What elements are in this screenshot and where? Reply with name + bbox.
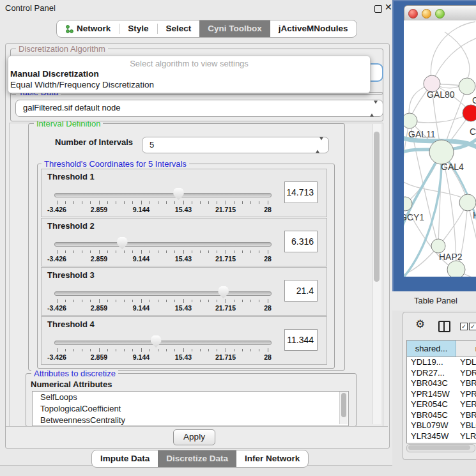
slider-tick — [166, 201, 167, 204]
slider-tick — [226, 250, 226, 254]
slider-tick-label: 21.715 — [215, 304, 236, 312]
network-node-green[interactable] — [429, 140, 454, 164]
slider-tick — [242, 300, 243, 302]
network-node-red[interactable] — [463, 105, 476, 121]
network-icon — [65, 25, 73, 33]
slider-tick — [99, 348, 100, 352]
slider-tick — [107, 349, 108, 351]
attributes-list-scrollbar[interactable] — [339, 392, 348, 424]
node-attribute-table[interactable]: shared...name YDL19...YDL19...YDR27...YD… — [406, 340, 476, 443]
table-row[interactable]: YPR145WYPR145W — [407, 389, 476, 400]
slider-tick — [82, 201, 82, 204]
network-edge[interactable] — [410, 113, 471, 123]
network-window-titlebar[interactable] — [404, 5, 476, 22]
slider-tick — [73, 250, 74, 253]
scrollbar-thumb[interactable] — [374, 132, 380, 282]
tab-select[interactable]: Select — [158, 20, 200, 37]
gear-icon[interactable]: ⚙ — [415, 319, 425, 330]
network-node-green[interactable] — [447, 261, 465, 277]
tab-infer-network[interactable]: Infer Network — [236, 450, 308, 467]
tab-cyni-toolbox[interactable]: Cyni Toolbox — [199, 20, 270, 37]
algorithm-option-manual[interactable]: Manual Discretization — [8, 68, 370, 79]
network-canvas[interactable]: GAL80GACGAL11GAL4GCY1HHAP2 — [404, 20, 476, 277]
slider-thumb[interactable] — [173, 188, 184, 200]
float-window-icon[interactable] — [374, 5, 382, 13]
slider-thumb[interactable] — [151, 335, 162, 348]
apply-button[interactable]: Apply — [173, 429, 215, 445]
slider-tick — [116, 300, 116, 302]
column-header-2[interactable]: name — [456, 341, 476, 357]
column-layout-icon[interactable] — [438, 321, 450, 332]
slider-thumb[interactable] — [117, 237, 128, 249]
scrollbar-thumb[interactable] — [341, 393, 346, 417]
close-icon[interactable]: ✕ — [385, 2, 392, 12]
threshold-value-field[interactable]: 6.316 — [284, 231, 318, 252]
threshold-panel-2: Threshold 2-3.4262.8599.14415.4321.71528… — [41, 218, 327, 266]
table-row[interactable]: YDR27...YDR27... — [407, 368, 476, 379]
scrollbar-thumb[interactable] — [408, 445, 470, 450]
zoom-traffic-light-icon[interactable] — [435, 9, 445, 19]
threshold-value-field[interactable]: 21.4 — [284, 280, 318, 302]
checkbox-icon[interactable]: ✓ — [460, 323, 468, 330]
tab-style[interactable]: Style — [119, 20, 157, 37]
threshold-slider[interactable]: -3.4262.8599.14415.4321.71528 — [57, 334, 268, 362]
attribute-list-item[interactable]: BetweennessCentrality — [33, 415, 348, 426]
column-header-1[interactable]: shared... — [407, 341, 456, 357]
table-row[interactable]: YLR345WYLR345W — [407, 431, 476, 442]
node-label: HAP2 — [439, 252, 463, 262]
table-cell: YER054C — [407, 399, 456, 410]
threshold-slider[interactable]: -3.4262.8599.14415.4321.71528 — [57, 235, 268, 263]
checkbox-icon[interactable]: ✓ — [469, 323, 476, 330]
vertical-scrollbar[interactable] — [372, 124, 381, 424]
table-cell: YLR345W — [407, 431, 456, 442]
numerical-attributes-list[interactable]: SelfLoopsTopologicalCoefficientBetweenne… — [32, 391, 349, 426]
threshold-value: 6.316 — [291, 231, 314, 252]
table-row[interactable]: YBR043CYBR043C — [407, 378, 476, 389]
table-row[interactable]: YIL052CYIL052C — [407, 441, 476, 443]
horizontal-scrollbar[interactable] — [406, 444, 475, 452]
slider-thumb[interactable] — [218, 286, 229, 298]
table-row[interactable]: YER054CYER054C — [407, 399, 476, 410]
slider-tick — [234, 250, 234, 253]
network-node-green[interactable] — [459, 78, 475, 95]
slider-tick — [99, 299, 100, 303]
table-row[interactable]: YDL19...YDL19... — [407, 357, 476, 368]
slider-tick-label: 28 — [264, 304, 272, 312]
algorithm-option-equal-width[interactable]: Equal Width/Frequency Discretization — [8, 79, 370, 90]
network-node-green[interactable] — [404, 113, 417, 128]
table-cell: YER054C — [456, 399, 476, 410]
threshold-label: Threshold 4 — [47, 319, 95, 329]
network-edge[interactable] — [432, 37, 476, 84]
tab-network[interactable]: Network — [57, 20, 119, 37]
numerical-attributes-label: Numerical Attributes — [31, 380, 112, 389]
slider-tick — [82, 250, 82, 253]
threshold-value-field[interactable]: 11.344 — [284, 329, 318, 351]
node-label: C — [470, 127, 476, 137]
table-row[interactable]: YBL079WYBL079W — [407, 420, 476, 431]
cyni-mode-tabs: Impute DataDiscretize DataInfer Network — [91, 450, 309, 468]
number-of-intervals-combobox[interactable]: 5 — [142, 137, 329, 153]
network-node-green[interactable] — [459, 194, 476, 211]
slider-tick-label: 9.144 — [133, 206, 150, 213]
threshold-value-field[interactable]: 14.713 — [284, 181, 318, 203]
slider-track[interactable] — [54, 242, 272, 247]
slider-tick — [183, 299, 184, 303]
attribute-list-item[interactable]: SelfLoops — [33, 392, 348, 403]
close-traffic-light-icon[interactable] — [408, 9, 418, 19]
attribute-list-item[interactable]: TopologicalCoefficient — [33, 403, 348, 415]
slider-track[interactable] — [54, 193, 272, 197]
tab-jactivemnodules[interactable]: jActiveMNodules — [270, 20, 357, 37]
slider-tick — [107, 201, 108, 204]
tab-discretize-data[interactable]: Discretize Data — [158, 450, 236, 467]
slider-tick — [73, 201, 74, 204]
threshold-slider[interactable]: -3.4262.8599.14415.4321.71528 — [57, 284, 268, 312]
slider-tick — [192, 201, 192, 204]
table-row[interactable]: YBR045CYBR045C — [407, 410, 476, 421]
minimize-traffic-light-icon[interactable] — [422, 9, 431, 19]
threshold-slider[interactable]: -3.4262.8599.14415.4321.71528 — [57, 186, 268, 214]
slider-track[interactable] — [54, 341, 272, 345]
slider-track[interactable] — [54, 291, 272, 296]
slider-tick-label: 2.859 — [91, 304, 107, 312]
tab-impute-data[interactable]: Impute Data — [92, 450, 158, 467]
network-node-green[interactable] — [431, 239, 445, 253]
